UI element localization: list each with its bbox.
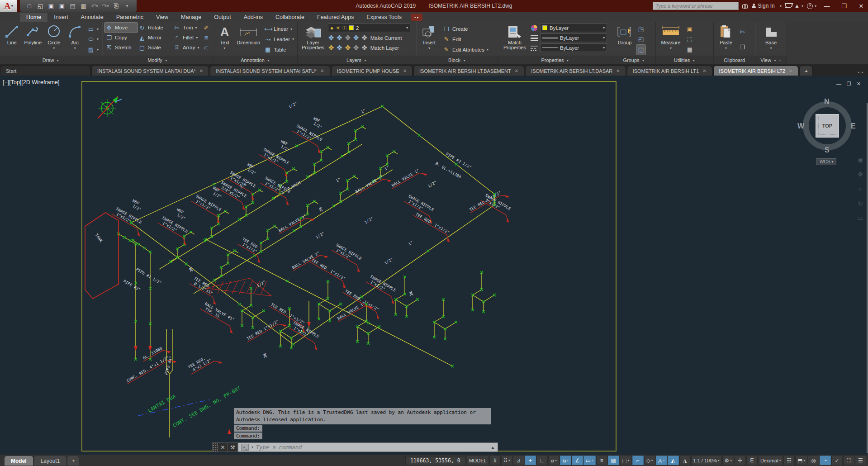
express-plugin-icon[interactable]: ▪ ▾ (411, 14, 422, 21)
copy-clip-icon[interactable]: ❐ (738, 42, 747, 52)
hatch-tool-icon[interactable]: ▨▾ (86, 45, 100, 55)
panel-label-utilities[interactable]: Utilities▼ (656, 56, 713, 64)
layer-properties-button[interactable]: Layer Properties (300, 23, 326, 56)
line-button[interactable]: Line (2, 23, 22, 56)
layout1-tab[interactable]: Layout1 (34, 456, 66, 466)
model-tab[interactable]: Model (5, 456, 33, 466)
layer-unlock-icon[interactable]: ❖ (345, 43, 351, 52)
workspace-switching-icon[interactable]: ⚙▾ (722, 456, 734, 465)
panel-label-draw[interactable]: Draw▼ (0, 56, 102, 64)
fillet-button[interactable]: ◜Fillet▾ (172, 33, 202, 43)
help-icon[interactable]: ?▾ (807, 3, 816, 9)
autodesk-account-icon[interactable]: ▲▾ (794, 3, 803, 9)
file-tab-close-icon[interactable]: ✕ (702, 68, 706, 73)
tank-outline[interactable] (85, 213, 119, 299)
table-button[interactable]: ▦Table (263, 45, 295, 55)
branch-pipe[interactable] (254, 226, 275, 256)
file-tab-close-icon[interactable]: ✕ (515, 68, 518, 73)
selection-cycling-icon[interactable]: ⬚▾ (620, 456, 632, 465)
grid-display-icon[interactable]: # (489, 456, 501, 465)
panel-label-annotation[interactable]: Annotation▼ (213, 56, 297, 64)
viewcube-top-face[interactable]: TOP (816, 114, 839, 138)
lineweight-icon[interactable]: ≡ (596, 456, 607, 465)
file-tab-close-icon[interactable]: ✕ (789, 68, 792, 73)
branch-pipe[interactable] (308, 147, 328, 177)
pipe-line[interactable] (159, 144, 362, 269)
layer-select[interactable]: ● ☀ ⚿ 2 ▾ (328, 24, 410, 32)
move-button[interactable]: ✥Move (104, 23, 138, 33)
command-bar[interactable]: ✕ ⚒ >_ ▾ ▲ (212, 442, 498, 452)
ribbon-tab-manage[interactable]: Manage (175, 13, 208, 22)
annotation-monitor-icon[interactable]: ✛ (735, 456, 746, 465)
match-layer-button[interactable]: Match Layer (370, 44, 400, 52)
ribbon-tab-add-ins[interactable]: Add-ins (237, 13, 269, 22)
viewcube-west[interactable]: W (797, 122, 804, 130)
transparency-icon[interactable]: ▨ (608, 456, 619, 465)
save-settings-icon[interactable]: ✓ (831, 456, 843, 465)
dynamic-ucs-icon[interactable]: ◇▾ (644, 456, 655, 465)
object-snap-3d-icon[interactable]: ◬▾ (656, 456, 667, 465)
quick-properties-icon[interactable]: ☷ (783, 456, 795, 465)
new-layout-tab[interactable]: + (67, 456, 79, 466)
branch-pipe[interactable] (171, 232, 191, 262)
ribbon-tab-parametric[interactable]: Parametric (110, 13, 150, 22)
branch-pipe[interactable] (434, 300, 443, 337)
branch-pipe[interactable] (214, 251, 235, 280)
command-input-area[interactable]: >_ ▾ ▲ (238, 442, 498, 452)
batch-plot-icon[interactable]: ⎘ (111, 1, 121, 10)
sign-in-button[interactable]: Sign In ▾ (751, 3, 782, 9)
drawing-canvas[interactable]: NSWAGE NIPPLE1"x1/2"WBF1/2"SWAGE NIPPLE1… (0, 76, 868, 455)
plot-icon[interactable]: ▤ (68, 1, 78, 10)
group-selection-icon[interactable]: ◲ (636, 45, 645, 55)
command-input[interactable] (256, 444, 488, 451)
polar-tracking-icon[interactable]: ⌀▾ (548, 456, 560, 465)
command-customize-icon[interactable]: ⚒ (228, 442, 238, 452)
doc-restore-icon[interactable]: ❐ (847, 81, 851, 87)
explode-icon[interactable]: ⧈ (202, 33, 211, 43)
group-button[interactable]: Group (615, 23, 635, 56)
recent-commands-icon[interactable]: ▾ (251, 445, 253, 449)
close-button[interactable]: ✕ (854, 0, 868, 12)
layer-off-icon[interactable]: ❖ (328, 33, 334, 42)
branch-pipe[interactable] (319, 281, 328, 319)
qat-more-icon[interactable]: ▼ (122, 1, 132, 10)
select-objects-icon[interactable]: ⬚ (685, 34, 694, 44)
zoom-extents-icon[interactable]: ⌕ (859, 185, 862, 193)
panel-label-groups[interactable]: Groups▼ (612, 56, 655, 64)
clean-screen-icon[interactable]: ⛶ (843, 456, 854, 465)
viewcube[interactable]: N W E S TOP (801, 100, 854, 152)
annotation-visibility-icon[interactable]: ◭ (668, 456, 679, 465)
autoscale-icon[interactable]: ◮ (679, 456, 691, 465)
edit-attributes-button[interactable]: ✎Edit Attributes▾ (442, 45, 489, 55)
file-tab-instalasi-sound-system-lantai-dua-[interactable]: INSTALASI SOUND SYSTEM LANTAI DUA*✕ (91, 66, 209, 76)
ribbon-tab-express-tools[interactable]: Express Tools (360, 13, 408, 22)
ribbon-tab-view[interactable]: View (150, 13, 175, 22)
print-icon[interactable]: ▥ (79, 1, 89, 10)
trim-button[interactable]: ✄Trim▾ (172, 23, 202, 33)
file-tab-isometrik-air-bersih-lt-basement[interactable]: ISOMETRIK AIR BERSIH LT.BASEMENT✕ (413, 66, 524, 76)
layer-isolate-icon[interactable]: ❖ (336, 33, 342, 42)
units-chip[interactable]: Decimal▾ (758, 456, 783, 465)
array-button[interactable]: ⠿Array▾ (172, 43, 202, 52)
save-as-icon[interactable]: ▣ (57, 1, 67, 10)
polyline-button[interactable]: Polyline (24, 23, 43, 56)
match-layer-icon[interactable]: ❖ (361, 43, 367, 52)
quick-select-icon[interactable]: ▣ (685, 24, 694, 34)
ellipse-tool-icon[interactable]: ⬭▾ (86, 34, 100, 44)
dynamic-input-icon[interactable]: + (525, 456, 536, 465)
ribbon-tab-annotate[interactable]: Annotate (75, 13, 110, 22)
ribbon-tab-home[interactable]: Home (20, 13, 47, 22)
object-snap-icon[interactable]: ▭▾ (583, 456, 596, 465)
branch-pipe[interactable] (473, 272, 482, 310)
doc-minimize-icon[interactable]: — (836, 81, 841, 87)
new-drawing-tab[interactable]: + (799, 66, 813, 76)
mirror-button[interactable]: ◭Mirror (138, 33, 172, 43)
arc-button[interactable]: Arc▾ (66, 23, 85, 56)
file-tab-isometrik-air-bersih-lt-dasar[interactable]: ISOMETRIK AIR BERSIH LT.DASAR✕ (525, 66, 626, 76)
showmotion-icon[interactable]: ▭ (857, 214, 863, 222)
dimension-button[interactable]: Dimension (235, 23, 261, 56)
match-properties-button[interactable]: Match Properties (501, 23, 529, 56)
file-tab-overflow-icon[interactable]: ⌄⌄ (857, 69, 868, 76)
model-space-button[interactable]: MODEL (467, 456, 489, 465)
viewcube-east[interactable]: E (851, 122, 856, 130)
